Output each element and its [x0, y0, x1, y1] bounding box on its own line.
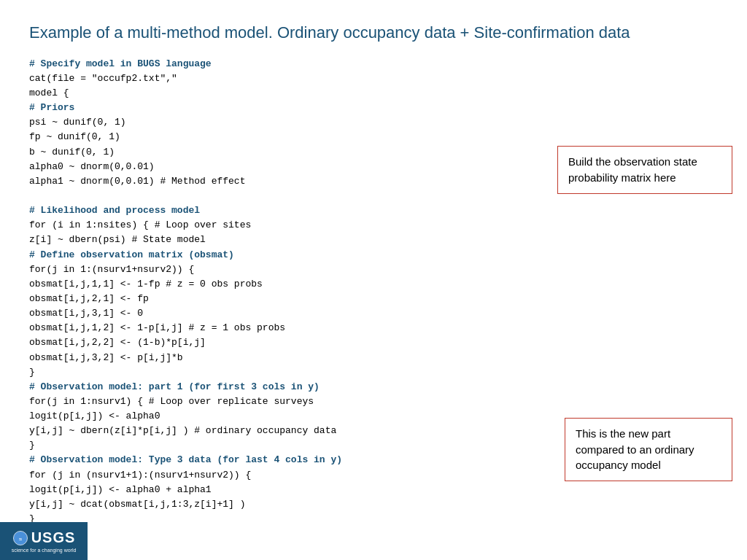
- code-line-2: cat(file = "occufp2.txt",": [29, 71, 718, 86]
- code-line-23: # Observation model: part 1 (for first 3…: [29, 380, 718, 394]
- code-line-21: obsmat[i,j,3,2] <- p[i,j]*b: [29, 351, 718, 365]
- code-line-4: # Priors: [29, 101, 718, 115]
- code-line-32: }: [29, 512, 718, 526]
- code-line-24: for(j in 1:nsurv1) { # Loop over replica…: [29, 394, 718, 409]
- code-line-13: z[i] ~ dbern(psi) # State model: [29, 233, 718, 247]
- usgs-logo: ≈ USGS science for a changing world: [0, 522, 88, 560]
- code-line-19: obsmat[i,j,1,2] <- 1-p[i,j] # z = 1 obs …: [29, 321, 718, 335]
- code-line-34: }: [29, 541, 718, 556]
- code-line-20: obsmat[i,j,2,2] <- (1-b)*p[i,j]: [29, 335, 718, 350]
- code-line-12: for (i in 1:nsites) { # Loop over sites: [29, 218, 718, 233]
- code-line-18: obsmat[i,j,3,1] <- 0: [29, 306, 718, 321]
- code-line-35: }: [29, 556, 718, 560]
- code-line-17: obsmat[i,j,2,1] <- fp: [29, 292, 718, 306]
- code-line-5: psi ~ dunif(0, 1): [29, 115, 718, 130]
- code-line-31: y[i,j] ~ dcat(obsmat[i,j,1:3,z[i]+1] ): [29, 497, 718, 512]
- usgs-icon: ≈: [12, 530, 28, 546]
- code-block: # Specify model in BUGS language cat(fil…: [29, 57, 718, 560]
- code-line-11: # Likelihood and process model: [29, 203, 718, 218]
- usgs-name: USGS: [31, 529, 76, 546]
- svg-text:≈: ≈: [19, 535, 22, 542]
- code-line-6: fp ~ dunif(0, 1): [29, 130, 718, 144]
- code-line-22: }: [29, 365, 718, 380]
- slide-container: Example of a multi-method model. Ordinar…: [0, 0, 747, 560]
- code-line-16: obsmat[i,j,1,1] <- 1-fp # z = 0 obs prob…: [29, 277, 718, 292]
- code-line-15: for(j in 1:(nsurv1+nsurv2)) {: [29, 262, 718, 277]
- callout-new-part: This is the new part compared to an ordi…: [565, 418, 732, 481]
- code-line-14: # Define observation matrix (obsmat): [29, 248, 718, 262]
- callout-observation-matrix: Build the observation state probability …: [557, 146, 732, 194]
- usgs-tagline: science for a changing world: [12, 548, 77, 553]
- slide-title: Example of a multi-method model. Ordinar…: [29, 22, 718, 44]
- code-line-30: logit(p[i,j]) <- alpha0 + alpha1: [29, 483, 718, 497]
- code-line-33: }: [29, 526, 718, 541]
- code-line-3: model {: [29, 86, 718, 101]
- code-line-1: # Specify model in BUGS language: [29, 57, 718, 71]
